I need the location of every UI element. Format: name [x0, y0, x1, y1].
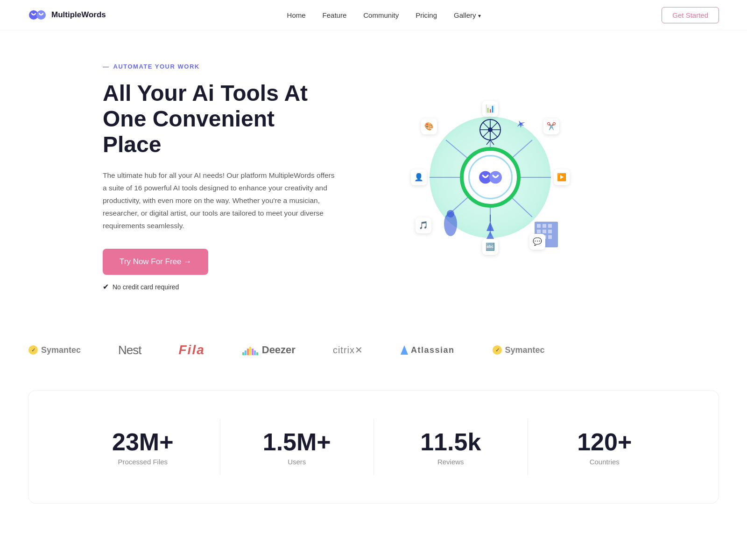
center-logo-icon [478, 168, 503, 186]
svg-marker-19 [486, 222, 494, 231]
stat-number-files: 23M+ [66, 428, 220, 456]
stat-number-reviews: 11.5k [374, 428, 528, 456]
brands-section: ✓ Symantec Nest Fila Deezer [0, 319, 747, 381]
float-icon-bottom-right: 💬 [529, 234, 545, 250]
brand-deezer: Deezer [242, 344, 296, 356]
svg-marker-46 [401, 345, 408, 355]
svg-rect-42 [249, 347, 251, 355]
svg-rect-26 [543, 230, 546, 233]
svg-rect-40 [245, 350, 247, 355]
svg-point-34 [447, 210, 454, 217]
no-credit-card-notice: ✔ No credit card required [103, 282, 336, 291]
brand-symantec: ✓ Symantec [28, 345, 81, 355]
stat-processed-files: 23M+ Processed Files [66, 419, 220, 475]
brand-citrix: citrix✕ [333, 344, 363, 356]
nav-gallery[interactable]: Gallery [454, 11, 481, 19]
brand-atlassian: Atlassian [401, 345, 455, 355]
logo-text: MultipleWords [51, 10, 106, 20]
float-icon-top-left: 🎨 [421, 119, 437, 134]
svg-rect-23 [543, 224, 546, 228]
hero-subtitle: AUTOMATE YOUR WORK [103, 63, 336, 70]
stat-label-countries: Countries [528, 458, 682, 466]
stat-countries: 120+ Countries [528, 419, 682, 475]
brands-track: ✓ Symantec Nest Fila Deezer [28, 343, 719, 357]
chevron-down-icon [478, 11, 481, 19]
stat-label-reviews: Reviews [374, 458, 528, 466]
float-icon-left: 👤 [411, 169, 427, 185]
get-started-button[interactable]: Get Started [662, 7, 719, 23]
float-icon-top-right: ✂️ [543, 119, 559, 134]
svg-text:✓: ✓ [495, 347, 499, 353]
hero-description: The ultimate hub for all your AI needs! … [103, 169, 336, 232]
hero-content: AUTOMATE YOUR WORK All Your Ai Tools At … [103, 63, 336, 291]
svg-rect-30 [548, 235, 552, 239]
hero-title: All Your Ai Tools At One Convenient Plac… [103, 80, 336, 158]
svg-rect-25 [537, 230, 541, 233]
logo[interactable]: MultipleWords [28, 8, 106, 21]
float-icon-bottom-left: 🎵 [416, 217, 431, 233]
check-icon: ✔ [103, 282, 109, 291]
try-now-button[interactable]: Try Now For Free → [103, 249, 208, 275]
stat-label-files: Processed Files [66, 458, 220, 466]
svg-rect-39 [242, 352, 244, 355]
stats-grid: 23M+ Processed Files 1.5M+ Users 11.5k R… [66, 419, 681, 475]
stat-number-users: 1.5M+ [220, 428, 374, 456]
svg-rect-22 [537, 224, 541, 228]
svg-line-16 [486, 140, 490, 145]
svg-rect-24 [548, 224, 552, 228]
stat-reviews: 11.5k Reviews [374, 419, 528, 475]
svg-rect-45 [256, 352, 258, 355]
brand-symantec-2: ✓ Symantec [492, 345, 545, 355]
svg-text:✓: ✓ [31, 347, 35, 353]
center-ring [460, 147, 521, 208]
float-icon-bottom: 🔤 [482, 239, 498, 255]
plane-icon [514, 118, 526, 129]
nav-feature[interactable]: Feature [323, 11, 347, 19]
svg-rect-44 [254, 350, 256, 355]
navbar: MultipleWords Home Feature Community Pri… [0, 0, 747, 30]
hero-illustration: 📊 ✂️ ▶️ 💬 🔤 🎵 👤 🎨 [336, 98, 644, 257]
hero-section: AUTOMATE YOUR WORK All Your Ai Tools At … [75, 30, 672, 319]
brand-fila: Fila [179, 343, 205, 357]
float-icon-right: ▶️ [554, 169, 570, 185]
nav-home[interactable]: Home [287, 11, 306, 19]
svg-line-17 [490, 140, 494, 145]
svg-rect-43 [252, 349, 254, 355]
svg-rect-41 [247, 349, 249, 355]
svg-rect-27 [548, 230, 552, 233]
nav-pricing[interactable]: Pricing [416, 11, 437, 19]
center-logo-container [468, 155, 513, 199]
illustration-container: 📊 ✂️ ▶️ 💬 🔤 🎵 👤 🎨 [411, 98, 570, 257]
float-icon-top: 📊 [482, 101, 498, 117]
nav-links: Home Feature Community Pricing Gallery [287, 11, 481, 19]
stat-users: 1.5M+ Users [220, 419, 374, 475]
nav-community[interactable]: Community [363, 11, 399, 19]
stats-section: 23M+ Processed Files 1.5M+ Users 11.5k R… [28, 390, 719, 504]
stat-label-users: Users [220, 458, 374, 466]
stat-number-countries: 120+ [528, 428, 682, 456]
brand-nest: Nest [118, 343, 141, 357]
